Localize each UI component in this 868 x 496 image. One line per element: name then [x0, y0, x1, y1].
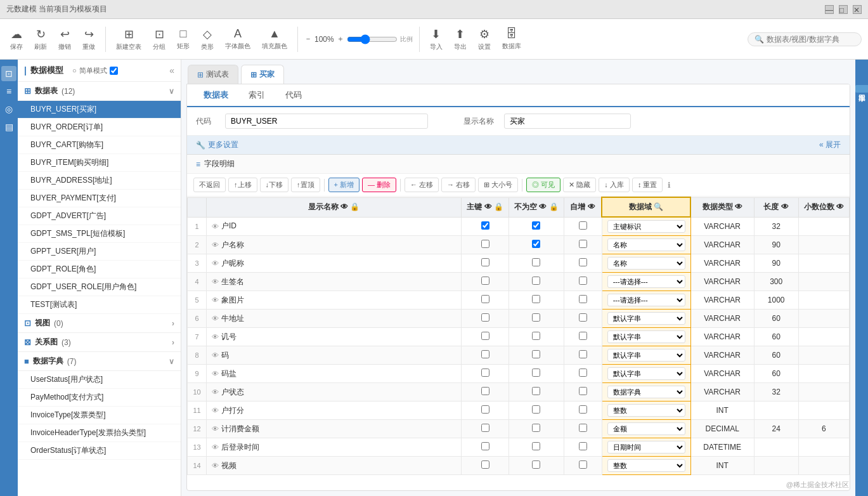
not-null-checkbox[interactable]	[532, 424, 540, 432]
cell-not-null[interactable]	[508, 291, 564, 310]
sidebar-dict-item[interactable]: UserStatus[用户状态]	[18, 371, 181, 389]
table-row[interactable]: 9👁 码盐主键标识名称---请选择---默认字串数据字典整数金额日期时间VARC…	[188, 365, 850, 383]
auto-inc-checkbox[interactable]	[579, 369, 587, 377]
cell-not-null[interactable]	[508, 457, 564, 475]
sidebar-table-item[interactable]: GDPT_USER_ROLE[用户角色]	[18, 278, 181, 296]
dictionary-section-header[interactable]: ■ 数据字典 (7) ∨	[18, 352, 181, 371]
sidebar-dict-item[interactable]: PayMethod[支付方式]	[18, 389, 181, 407]
move-right-btn[interactable]: → 右移	[441, 178, 476, 192]
cell-primary-key[interactable]	[462, 273, 509, 291]
sidebar-table-item[interactable]: BUYR_ORDER[订单]	[18, 119, 181, 136]
sidebar-dict-item[interactable]: InvoiceHeaderType[发票抬头类型]	[18, 424, 181, 442]
cell-primary-key[interactable]	[462, 254, 509, 273]
domain-select[interactable]: 主键标识名称---请选择---默认字串数据字典整数金额日期时间	[607, 367, 685, 380]
to-top-btn[interactable]: ↑置顶	[291, 178, 320, 192]
primary-key-checkbox[interactable]	[481, 405, 489, 414]
domain-select[interactable]: 主键标识名称---请选择---默认字串数据字典整数金额日期时间	[607, 275, 685, 288]
table-row[interactable]: 14👁 视频主键标识名称---请选择---默认字串数据字典整数金额日期时间INT	[188, 457, 850, 475]
refresh-button[interactable]: ↻ 刷新	[30, 25, 51, 54]
primary-key-checkbox[interactable]	[481, 442, 489, 450]
not-null-checkbox[interactable]	[532, 295, 540, 303]
cell-data-domain[interactable]: 主键标识名称---请选择---默认字串数据字典整数金额日期时间	[602, 401, 690, 420]
sidebar-table-item[interactable]: GPPT_USER[用户]	[18, 243, 181, 261]
move-down-btn[interactable]: ↓下移	[260, 178, 289, 192]
primary-key-checkbox[interactable]	[481, 350, 489, 358]
primary-key-checkbox[interactable]	[481, 332, 489, 340]
not-null-checkbox[interactable]	[532, 387, 540, 395]
cell-auto-inc[interactable]	[564, 365, 602, 383]
import-button[interactable]: ⬇ 导入	[426, 25, 446, 54]
auto-inc-checkbox[interactable]	[579, 277, 587, 285]
table-row[interactable]: 11👁 户打分主键标识名称---请选择---默认字串数据字典整数金额日期时间IN…	[188, 401, 850, 420]
cell-data-domain[interactable]: 主键标识名称---请选择---默认字串数据字典整数金额日期时间	[602, 457, 690, 475]
auto-inc-checkbox[interactable]	[579, 460, 587, 469]
cell-not-null[interactable]	[508, 254, 564, 273]
auto-inc-checkbox[interactable]	[579, 405, 587, 414]
tab-test-table[interactable]: ⊞ 测试表	[188, 65, 238, 84]
domain-select[interactable]: 主键标识名称---请选择---默认字串数据字典整数金额日期时间	[607, 459, 685, 472]
cell-auto-inc[interactable]	[564, 236, 602, 254]
action-info-icon[interactable]: ℹ	[668, 181, 671, 190]
not-null-checkbox[interactable]	[532, 221, 540, 230]
cell-auto-inc[interactable]	[564, 438, 602, 457]
primary-key-checkbox[interactable]	[481, 424, 489, 432]
maximize-button[interactable]: □	[839, 5, 848, 14]
cell-auto-inc[interactable]	[564, 328, 602, 346]
save-button[interactable]: ☁ 保存	[6, 25, 27, 54]
domain-select[interactable]: 主键标识名称---请选择---默认字串数据字典整数金额日期时间	[607, 294, 685, 306]
sidebar-table-item[interactable]: TEST[测试表]	[18, 296, 181, 314]
cell-not-null[interactable]	[508, 328, 564, 346]
table-row[interactable]: 2👁 户名称主键标识名称---请选择---默认字串数据字典整数金额日期时间VAR…	[188, 236, 850, 254]
sidebar-table-item[interactable]: GDPT_ROLE[角色]	[18, 261, 181, 278]
left-icon-model[interactable]: ⊡	[1, 66, 16, 81]
import-btn[interactable]: ↓ 入库	[599, 178, 630, 192]
table-row[interactable]: 12👁 计消费金额主键标识名称---请选择---默认字串数据字典整数金额日期时间…	[188, 420, 850, 438]
cell-primary-key[interactable]	[462, 438, 509, 457]
cell-primary-key[interactable]	[462, 383, 509, 401]
cell-auto-inc[interactable]	[564, 273, 602, 291]
table-row[interactable]: 4👁 生签名主键标识名称---请选择---默认字串数据字典整数金额日期时间VAR…	[188, 273, 850, 291]
domain-select[interactable]: 主键标识名称---请选择---默认字串数据字典整数金额日期时间	[607, 349, 685, 362]
domain-select[interactable]: 主键标识名称---请选择---默认字串数据字典整数金额日期时间	[607, 238, 685, 251]
cell-auto-inc[interactable]	[564, 217, 602, 236]
display-input[interactable]	[504, 114, 631, 129]
cell-primary-key[interactable]	[462, 346, 509, 365]
tables-section-header[interactable]: ⊞ 数据表 (12) ∨	[18, 82, 181, 101]
cell-primary-key[interactable]	[462, 236, 509, 254]
redo-button[interactable]: ↪ 重做	[79, 25, 99, 54]
primary-key-checkbox[interactable]	[481, 369, 489, 377]
zoom-plus[interactable]: ＋	[337, 34, 344, 44]
primary-key-checkbox[interactable]	[481, 460, 489, 469]
cell-not-null[interactable]	[508, 273, 564, 291]
code-input[interactable]	[225, 114, 428, 129]
not-null-checkbox[interactable]	[532, 258, 540, 266]
table-row[interactable]: 10👁 户状态主键标识名称---请选择---默认字串数据字典整数金额日期时间VA…	[188, 383, 850, 401]
cell-data-domain[interactable]: 主键标识名称---请选择---默认字串数据字典整数金额日期时间	[602, 365, 690, 383]
sidebar-table-item[interactable]: BUYER_PAYMENT[支付]	[18, 190, 181, 207]
not-null-checkbox[interactable]	[532, 442, 540, 450]
cell-auto-inc[interactable]	[564, 401, 602, 420]
database-button[interactable]: 🗄 数据库	[498, 25, 525, 53]
table-row[interactable]: 8👁 码主键标识名称---请选择---默认字串数据字典整数金额日期时间VARCH…	[188, 346, 850, 365]
domain-select[interactable]: 主键标识名称---请选择---默认字串数据字典整数金额日期时间	[607, 422, 685, 435]
cell-auto-inc[interactable]	[564, 383, 602, 401]
resize-btn[interactable]: ⊞ 大小号	[478, 178, 518, 192]
cell-primary-key[interactable]	[462, 310, 509, 328]
table-row[interactable]: 13👁 后登录时间主键标识名称---请选择---默认字串数据字典整数金额日期时间…	[188, 438, 850, 457]
primary-key-checkbox[interactable]	[481, 295, 489, 303]
left-icon-data[interactable]: ▤	[1, 119, 16, 134]
undo-button[interactable]: ↩ 撤销	[55, 25, 75, 54]
cell-not-null[interactable]	[508, 438, 564, 457]
auto-inc-checkbox[interactable]	[579, 442, 587, 450]
table-row[interactable]: 1👁 户ID主键标识名称---请选择---默认字串数据字典整数金额日期时间VAR…	[188, 217, 850, 236]
not-null-checkbox[interactable]	[532, 369, 540, 377]
cell-auto-inc[interactable]	[564, 291, 602, 310]
sidebar-table-item[interactable]: GDPT_ADVERT[广告]	[18, 207, 181, 225]
add-new-btn[interactable]: + 新增	[328, 178, 360, 192]
cell-auto-inc[interactable]	[564, 254, 602, 273]
primary-key-checkbox[interactable]	[481, 240, 489, 248]
cell-primary-key[interactable]	[462, 291, 509, 310]
auto-inc-checkbox[interactable]	[579, 240, 587, 248]
sub-tab-code[interactable]: 代码	[275, 84, 312, 107]
auto-inc-checkbox[interactable]	[579, 221, 587, 230]
